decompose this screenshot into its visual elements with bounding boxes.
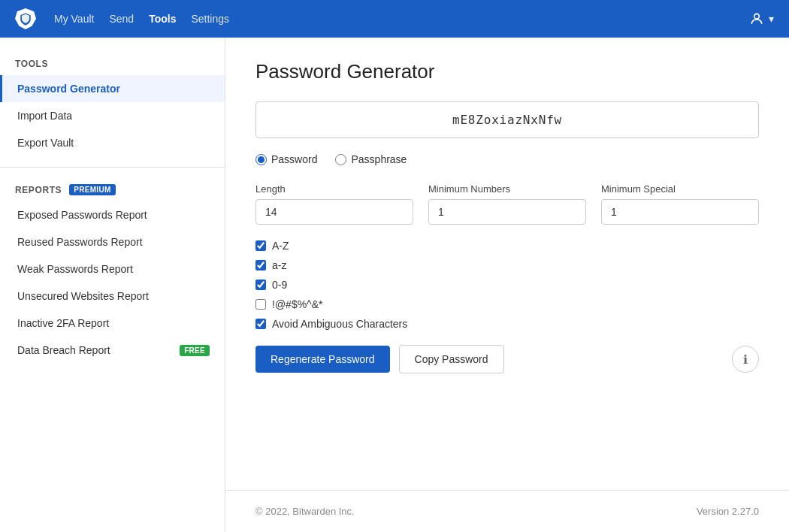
copy-password-button[interactable]: Copy Password: [399, 345, 504, 373]
regenerate-button[interactable]: Regenerate Password: [255, 346, 390, 373]
type-radio-group: Password Passphrase: [255, 153, 759, 165]
user-caret-icon: ▾: [769, 13, 774, 25]
min-special-input[interactable]: [601, 199, 759, 225]
sidebar: TOOLS Password Generator Import Data Exp…: [0, 38, 225, 532]
checkbox-az-lower[interactable]: [255, 260, 266, 271]
content-area: Password Generator mE8ZoxiazNxNfw Passwo…: [225, 38, 789, 490]
radio-passphrase-label[interactable]: Passphrase: [335, 153, 407, 165]
sidebar-item-data-breach[interactable]: Data Breach Report FREE: [0, 337, 225, 364]
topnav: My Vault Send Tools Settings ▾: [0, 0, 789, 38]
options-row: Length Minimum Numbers Minimum Special: [255, 183, 759, 225]
footer: © 2022, Bitwarden Inc. Version 2.27.0: [225, 490, 789, 532]
min-numbers-input[interactable]: [428, 199, 586, 225]
checkbox-az-label[interactable]: A-Z: [255, 240, 759, 252]
sidebar-item-inactive-2fa[interactable]: Inactive 2FA Report: [0, 310, 225, 337]
premium-badge: PREMIUM: [69, 184, 115, 195]
checkbox-avoid-ambiguous[interactable]: [255, 319, 266, 329]
sidebar-item-export-vault[interactable]: Export Vault: [0, 129, 225, 156]
action-buttons: Regenerate Password Copy Password ℹ: [255, 345, 759, 373]
checkbox-special-text: !@#$%^&*: [272, 298, 322, 310]
radio-password-text: Password: [271, 153, 317, 165]
copyright-text: © 2022, Bitwarden Inc.: [255, 506, 355, 517]
nav-settings[interactable]: Settings: [191, 10, 229, 28]
page-title: Password Generator: [255, 60, 759, 83]
checkbox-az-lower-label[interactable]: a-z: [255, 259, 759, 271]
length-group: Length: [255, 183, 413, 225]
checkbox-avoid-ambiguous-label[interactable]: Avoid Ambiguous Characters: [255, 318, 759, 330]
logo[interactable]: [15, 8, 36, 29]
reports-section-header: REPORTS PREMIUM: [0, 178, 225, 201]
user-icon: [749, 11, 764, 26]
checkbox-special[interactable]: [255, 299, 266, 310]
nav-my-vault[interactable]: My Vault: [54, 10, 94, 28]
checkbox-az[interactable]: [255, 240, 266, 251]
sidebar-item-weak-passwords[interactable]: Weak Passwords Report: [0, 255, 225, 283]
sidebar-item-reused-passwords[interactable]: Reused Passwords Report: [0, 228, 225, 255]
user-menu[interactable]: ▾: [749, 11, 774, 26]
checkbox-az-lower-text: a-z: [272, 259, 286, 271]
password-display: mE8ZoxiazNxNfw: [255, 101, 759, 138]
radio-password[interactable]: [255, 154, 267, 165]
radio-password-label[interactable]: Password: [255, 153, 317, 165]
main-layout: TOOLS Password Generator Import Data Exp…: [0, 38, 789, 532]
generated-password-text: mE8ZoxiazNxNfw: [452, 113, 562, 127]
sidebar-item-unsecured-websites[interactable]: Unsecured Websites Report: [0, 283, 225, 310]
checkbox-09-label[interactable]: 0-9: [255, 279, 759, 291]
checkbox-09[interactable]: [255, 280, 266, 290]
checkbox-az-text: A-Z: [272, 240, 289, 252]
svg-point-0: [754, 14, 760, 19]
checkboxes-group: A-Z a-z 0-9 !@#$%^&* Avoid Ambiguous Cha…: [255, 240, 759, 330]
info-icon: ℹ: [743, 352, 748, 367]
nav-send[interactable]: Send: [109, 10, 134, 28]
checkbox-09-text: 0-9: [272, 279, 287, 291]
min-numbers-label: Minimum Numbers: [428, 183, 586, 195]
sidebar-divider: [0, 167, 225, 168]
info-button[interactable]: ℹ: [732, 346, 759, 373]
version-text: Version 2.27.0: [697, 506, 759, 517]
min-special-group: Minimum Special: [601, 183, 759, 225]
radio-passphrase[interactable]: [335, 154, 346, 165]
nav-links: My Vault Send Tools Settings: [54, 10, 229, 28]
checkbox-special-label[interactable]: !@#$%^&*: [255, 298, 759, 310]
min-special-label: Minimum Special: [601, 183, 759, 195]
length-input[interactable]: [255, 199, 413, 225]
sidebar-item-import-data[interactable]: Import Data: [0, 102, 225, 129]
nav-tools[interactable]: Tools: [149, 10, 176, 28]
min-numbers-group: Minimum Numbers: [428, 183, 586, 225]
sidebar-item-exposed-passwords[interactable]: Exposed Passwords Report: [0, 201, 225, 228]
checkbox-avoid-ambiguous-text: Avoid Ambiguous Characters: [272, 318, 407, 330]
radio-passphrase-text: Passphrase: [351, 153, 407, 165]
sidebar-item-password-generator[interactable]: Password Generator: [0, 75, 225, 102]
length-label: Length: [255, 183, 413, 195]
tools-section-header: TOOLS: [0, 53, 225, 75]
free-badge: FREE: [180, 345, 210, 356]
